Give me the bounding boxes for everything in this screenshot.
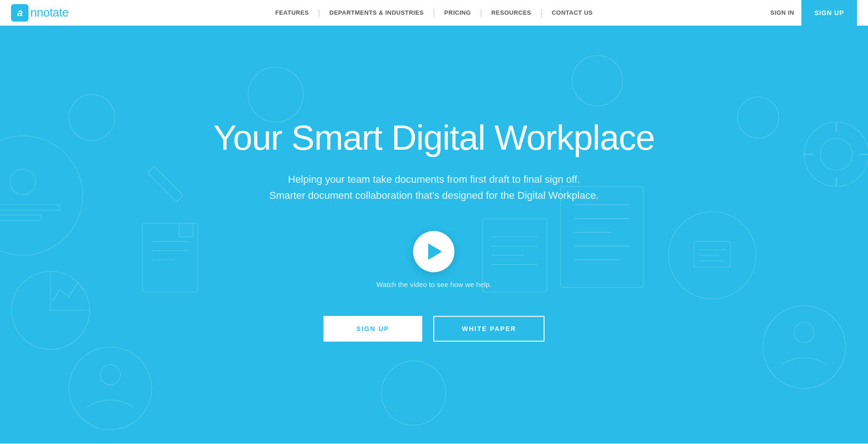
svg-point-33 bbox=[820, 138, 852, 170]
logo-link[interactable]: a nnotate bbox=[11, 4, 68, 22]
hero-subtitle: Helping your team take documents from fi… bbox=[261, 171, 606, 203]
nav-right: SIGN IN SIGN UP bbox=[771, 0, 857, 26]
svg-point-38 bbox=[248, 67, 303, 122]
nav-item-pricing: PRICING bbox=[435, 9, 480, 16]
svg-point-6 bbox=[10, 169, 36, 195]
svg-point-25 bbox=[669, 212, 756, 299]
video-caption: Watch the video to see how we help. bbox=[376, 281, 492, 288]
nav-link-pricing[interactable]: PRICING bbox=[435, 9, 480, 16]
svg-rect-26 bbox=[694, 242, 731, 267]
hero-content: Your Smart Digital Workplace Helping you… bbox=[213, 118, 654, 342]
svg-point-5 bbox=[0, 136, 83, 255]
hero-section: Your Smart Digital Workplace Helping you… bbox=[0, 26, 868, 444]
svg-point-32 bbox=[804, 122, 868, 186]
svg-point-4 bbox=[100, 365, 120, 385]
nav-links: FEATURES | DEPARTMENTS & INDUSTRIES | PR… bbox=[266, 8, 602, 17]
logo-letter: a bbox=[17, 8, 22, 18]
svg-point-39 bbox=[572, 56, 623, 106]
navbar: a nnotate FEATURES | DEPARTMENTS & INDUS… bbox=[0, 0, 868, 26]
signin-link[interactable]: SIGN IN bbox=[771, 9, 794, 16]
svg-rect-9 bbox=[142, 223, 198, 292]
svg-rect-8 bbox=[0, 215, 41, 220]
navbar-signup-button[interactable]: SIGN UP bbox=[801, 0, 857, 26]
nav-link-contact[interactable]: CONTACT US bbox=[543, 9, 602, 16]
hero-title: Your Smart Digital Workplace bbox=[213, 118, 654, 157]
nav-link-resources[interactable]: RESOURCES bbox=[482, 9, 540, 16]
svg-point-41 bbox=[738, 97, 779, 138]
hero-subtitle-line2: Smarter document collaboration that’s de… bbox=[269, 190, 599, 201]
svg-point-31 bbox=[794, 322, 814, 343]
svg-rect-7 bbox=[0, 205, 60, 210]
hero-subtitle-line1: Helping your team take documents from fi… bbox=[288, 174, 580, 185]
hero-cta-buttons: SIGN UP WHITE PAPER bbox=[213, 316, 654, 342]
nav-item-departments: DEPARTMENTS & INDUSTRIES bbox=[320, 9, 433, 16]
logo-icon: a bbox=[11, 4, 28, 22]
svg-point-40 bbox=[381, 361, 446, 425]
nav-item-features: FEATURES bbox=[266, 9, 318, 16]
hero-signup-button[interactable]: SIGN UP bbox=[323, 316, 423, 342]
nav-item-contact: CONTACT US bbox=[543, 9, 602, 16]
play-video-button[interactable] bbox=[413, 231, 454, 272]
nav-link-departments[interactable]: DEPARTMENTS & INDUSTRIES bbox=[320, 9, 433, 16]
svg-point-0 bbox=[11, 271, 90, 349]
logo-name: nnotate bbox=[30, 6, 68, 20]
hero-play-wrapper: Watch the video to see how we help. bbox=[213, 231, 654, 288]
svg-point-42 bbox=[69, 95, 115, 141]
nav-item-resources: RESOURCES bbox=[482, 9, 540, 16]
svg-rect-13 bbox=[148, 166, 183, 202]
svg-point-3 bbox=[69, 347, 152, 430]
nav-link-features[interactable]: FEATURES bbox=[266, 9, 318, 16]
svg-point-30 bbox=[763, 306, 845, 388]
hero-whitepaper-button[interactable]: WHITE PAPER bbox=[433, 316, 545, 342]
play-icon bbox=[428, 243, 442, 260]
